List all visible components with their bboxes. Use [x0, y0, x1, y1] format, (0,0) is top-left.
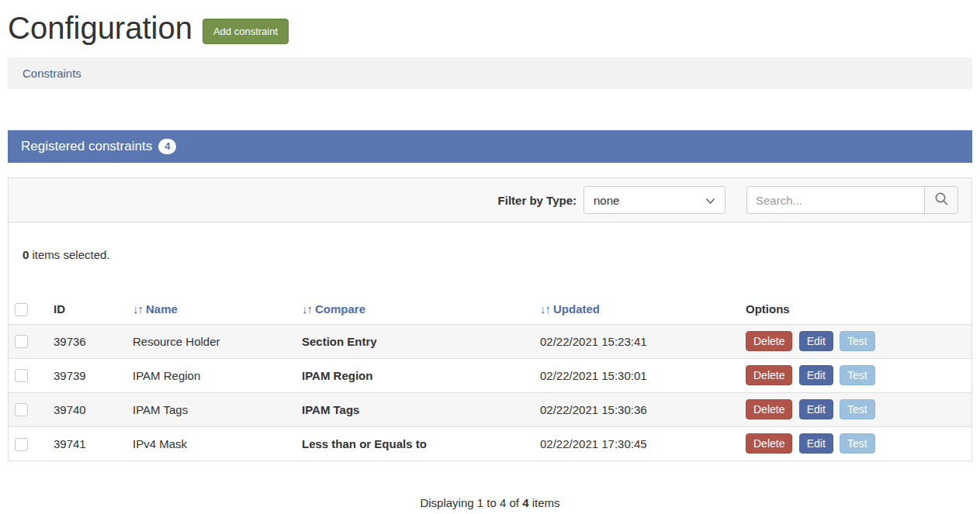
pagination-status: Displaying 1 to 4 of 4 items — [8, 496, 972, 509]
selected-count: 0 — [23, 248, 29, 261]
edit-button[interactable]: Edit — [799, 433, 833, 454]
edit-button[interactable]: Edit — [799, 365, 833, 385]
table-header-row: ID ↓↑Name ↓↑Compare ↓↑Updated Options — [9, 294, 971, 324]
select-all-checkbox[interactable] — [15, 303, 28, 316]
test-button[interactable]: Test — [840, 433, 875, 454]
filter-by-type-label: Filter by Type: — [498, 194, 577, 207]
column-header-id: ID — [47, 294, 126, 324]
cell-options: Delete Edit Test — [739, 426, 971, 461]
cell-updated: 02/22/2021 17:30:45 — [534, 426, 739, 461]
table-row: 39741 IPv4 Mask Less than or Equals to 0… — [9, 426, 971, 461]
cell-id: 39739 — [47, 358, 126, 392]
title-row: Configuration Add constraint — [8, 11, 972, 45]
cell-name: IPAM Tags — [126, 392, 296, 426]
column-header-updated[interactable]: ↓↑Updated — [534, 294, 739, 324]
constraints-panel: Filter by Type: none — [8, 178, 972, 461]
constraint-count-badge: 4 — [158, 139, 176, 154]
table-row: 39736 Resource Holder Section Entry 02/2… — [9, 324, 971, 358]
cell-updated: 02/22/2021 15:30:01 — [534, 358, 739, 392]
type-filter-selected-value: none — [594, 194, 619, 207]
test-button[interactable]: Test — [840, 365, 875, 385]
table-row: 39739 IPAM Region IPAM Region 02/22/2021… — [9, 358, 971, 392]
sort-icon: ↓↑ — [302, 302, 312, 316]
type-filter-select[interactable]: none — [583, 186, 725, 214]
column-header-name[interactable]: ↓↑Name — [126, 294, 296, 324]
table-row: 39740 IPAM Tags IPAM Tags 02/22/2021 15:… — [9, 392, 971, 426]
cell-compare: Less than or Equals to — [296, 426, 534, 461]
edit-button[interactable]: Edit — [799, 331, 833, 351]
cell-id: 39740 — [47, 392, 126, 426]
row-checkbox[interactable] — [15, 335, 28, 348]
search-group — [746, 186, 958, 214]
delete-button[interactable]: Delete — [746, 399, 792, 419]
cell-updated: 02/22/2021 15:23:41 — [534, 324, 739, 358]
row-checkbox[interactable] — [15, 403, 28, 416]
cell-compare: IPAM Tags — [296, 392, 534, 426]
row-checkbox[interactable] — [15, 369, 28, 382]
pagination-suffix: items — [532, 496, 560, 509]
cell-id: 39741 — [47, 426, 126, 461]
sort-icon: ↓↑ — [540, 302, 550, 316]
cell-options: Delete Edit Test — [739, 324, 971, 358]
search-button[interactable] — [924, 186, 958, 214]
cell-name: Resource Holder — [126, 324, 296, 358]
breadcrumb-constraints-link[interactable]: Constraints — [23, 67, 81, 80]
delete-button[interactable]: Delete — [746, 433, 792, 454]
cell-updated: 02/22/2021 15:30:36 — [534, 392, 739, 426]
test-button[interactable]: Test — [840, 331, 875, 351]
delete-button[interactable]: Delete — [746, 365, 792, 385]
constraints-table: ID ↓↑Name ↓↑Compare ↓↑Updated Options 39… — [9, 294, 971, 461]
row-checkbox[interactable] — [15, 438, 28, 451]
filter-row: Filter by Type: none — [9, 178, 971, 223]
cell-options: Delete Edit Test — [739, 358, 971, 392]
selected-count-label: items selected. — [33, 248, 110, 261]
cell-compare: IPAM Region — [296, 358, 534, 392]
column-header-options: Options — [739, 294, 971, 324]
selection-status: 0 items selected. — [9, 223, 971, 261]
cell-name: IPv4 Mask — [126, 426, 296, 461]
delete-button[interactable]: Delete — [746, 331, 792, 351]
page-title: Configuration — [8, 11, 192, 45]
pagination-total: 4 — [522, 496, 528, 509]
column-header-compare[interactable]: ↓↑Compare — [296, 294, 534, 324]
breadcrumb: Constraints — [8, 57, 972, 89]
chevron-down-icon — [705, 194, 715, 207]
registered-constraints-header: Registered constraints 4 — [8, 130, 972, 163]
panel-title: Registered constraints — [21, 139, 152, 154]
add-constraint-button[interactable]: Add constraint — [203, 19, 289, 44]
cell-options: Delete Edit Test — [739, 392, 971, 426]
configuration-page: Configuration Add constraint Constraints… — [0, 11, 980, 509]
cell-id: 39736 — [47, 324, 126, 358]
cell-name: IPAM Region — [126, 358, 296, 392]
edit-button[interactable]: Edit — [799, 399, 833, 419]
sort-icon: ↓↑ — [133, 302, 143, 316]
cell-compare: Section Entry — [296, 324, 534, 358]
search-input[interactable] — [746, 186, 925, 214]
search-icon — [934, 191, 949, 209]
test-button[interactable]: Test — [840, 399, 875, 419]
pagination-prefix: Displaying 1 to 4 of — [420, 496, 519, 509]
